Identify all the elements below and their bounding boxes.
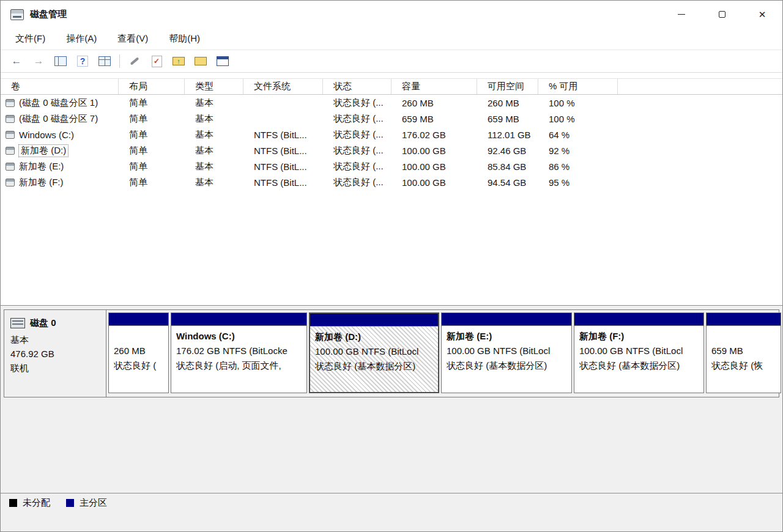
volume-capacity: 659 MB [392, 111, 477, 127]
graphical-view-pane: 磁盘 0 基本 476.92 GB 联机 260 MB 状态良好 ( [1, 305, 782, 531]
partition-name: 新加卷 (D:) [315, 330, 433, 344]
partition-size: 659 MB [711, 344, 776, 358]
volume-pct-free: 92 % [538, 142, 618, 158]
disk-0-row: 磁盘 0 基本 476.92 GB 联机 260 MB 状态良好 ( [4, 309, 779, 397]
table-row[interactable]: 新加卷 (E:) 简单 基本 NTFS (BitL... 状态良好 (... 1… [1, 158, 783, 174]
partition-d-selected[interactable]: 新加卷 (D:) 100.00 GB NTFS (BitLocl 状态良好 (基… [309, 312, 439, 393]
maximize-icon [719, 11, 725, 18]
volume-type: 基本 [185, 111, 243, 127]
volume-fs: NTFS (BitL... [243, 127, 323, 142]
show-action-pane-icon[interactable] [97, 54, 112, 68]
volume-fs: NTFS (BitL... [243, 142, 323, 158]
partition-name: Windows (C:) [176, 329, 302, 344]
partition-status: 状态良好 (基本数据分区) [579, 358, 699, 373]
volume-free: 85.84 GB [477, 158, 538, 174]
column-header-volume[interactable]: 卷 [1, 79, 119, 94]
volume-icon [6, 99, 15, 107]
primary-partition-band [171, 313, 306, 326]
column-header-capacity[interactable]: 容量 [392, 79, 477, 94]
volume-table-header: 卷 布局 类型 文件系统 状态 容量 可用空间 % 可用 [1, 78, 783, 95]
volume-capacity: 260 MB [392, 95, 477, 111]
volume-capacity: 100.00 GB [392, 158, 477, 174]
table-row[interactable]: (磁盘 0 磁盘分区 1) 简单 基本 状态良好 (... 260 MB 260… [1, 95, 783, 111]
volume-layout: 简单 [119, 95, 185, 111]
close-icon: ✕ [759, 9, 766, 20]
disk-size: 476.92 GB [10, 347, 100, 361]
column-header-blank [618, 79, 783, 94]
menu-view[interactable]: 查看(V) [117, 33, 148, 45]
volume-free: 112.01 GB [477, 127, 538, 142]
volume-status: 状态良好 (... [323, 158, 392, 174]
disk-0-info-panel[interactable]: 磁盘 0 基本 476.92 GB 联机 [4, 310, 106, 397]
volume-capacity: 100.00 GB [392, 174, 477, 190]
volume-list-pane: 卷 布局 类型 文件系统 状态 容量 可用空间 % 可用 (磁盘 0 磁盘分区 … [1, 73, 782, 305]
disk-status: 联机 [10, 361, 100, 375]
partition-efi[interactable]: 260 MB 状态良好 ( [108, 312, 169, 393]
bottom-spacer [1, 512, 782, 531]
table-row[interactable]: (磁盘 0 磁盘分区 7) 简单 基本 状态良好 (... 659 MB 659… [1, 111, 783, 127]
menu-action[interactable]: 操作(A) [66, 33, 97, 45]
maximize-button[interactable] [702, 1, 742, 28]
volume-pct-free: 100 % [538, 111, 618, 127]
volume-free: 94.54 GB [477, 174, 538, 190]
attach-vhd-icon[interactable]: ↑ [171, 54, 186, 68]
volume-icon [6, 179, 15, 187]
volume-free: 260 MB [477, 95, 538, 111]
volume-name: 新加卷 (D:) [19, 145, 68, 157]
column-header-filesystem[interactable]: 文件系统 [243, 79, 323, 94]
primary-partition-swatch-icon [66, 499, 74, 507]
partition-c[interactable]: Windows (C:) 176.02 GB NTFS (BitLocke 状态… [171, 312, 307, 393]
partition-recovery[interactable]: 659 MB 状态良好 (恢 [706, 312, 781, 393]
table-row-selected[interactable]: 新加卷 (D:) 简单 基本 NTFS (BitL... 状态良好 (... 1… [1, 142, 783, 158]
window-title: 磁盘管理 [30, 9, 67, 20]
forward-icon[interactable]: → [31, 54, 46, 68]
volume-name: Windows (C:) [19, 130, 74, 140]
console-window-icon[interactable] [215, 54, 230, 68]
primary-partition-band [442, 313, 571, 326]
minimize-button[interactable] [661, 1, 702, 28]
table-row[interactable]: Windows (C:) 简单 基本 NTFS (BitL... 状态良好 (.… [1, 127, 783, 142]
column-header-free-space[interactable]: 可用空间 [477, 79, 538, 94]
volume-type: 基本 [185, 158, 243, 174]
volume-icon [6, 163, 15, 171]
column-header-type[interactable]: 类型 [185, 79, 243, 94]
volume-type: 基本 [185, 174, 243, 190]
window-controls: ✕ [661, 1, 782, 28]
check-list-icon[interactable]: ✓ [149, 54, 164, 68]
refresh-tool-icon[interactable] [127, 54, 142, 68]
volume-icon [6, 131, 15, 139]
partition-e[interactable]: 新加卷 (E:) 100.00 GB NTFS (BitLocl 状态良好 (基… [441, 312, 572, 393]
column-header-status[interactable]: 状态 [323, 79, 392, 94]
column-header-layout[interactable]: 布局 [119, 79, 185, 94]
column-header-pct-free[interactable]: % 可用 [538, 79, 618, 94]
toolbar-separator [119, 54, 120, 68]
volume-layout: 简单 [119, 142, 185, 158]
volume-status: 状态良好 (... [323, 174, 392, 190]
volume-name: (磁盘 0 磁盘分区 1) [19, 97, 98, 109]
partition-name: 新加卷 (E:) [447, 329, 566, 344]
partition-size: 260 MB [114, 344, 163, 358]
menu-help[interactable]: 帮助(H) [169, 33, 200, 45]
partition-status: 状态良好 (基本数据分区) [447, 358, 566, 373]
menu-file[interactable]: 文件(F) [15, 33, 45, 45]
volume-type: 基本 [185, 95, 243, 111]
volume-type: 基本 [185, 127, 243, 142]
legend-label: 主分区 [80, 497, 107, 509]
back-icon[interactable]: ← [9, 54, 24, 68]
partition-size: 176.02 GB NTFS (BitLocke [176, 344, 302, 358]
partition-size: 100.00 GB NTFS (BitLocl [579, 344, 699, 358]
volume-fs: NTFS (BitL... [243, 158, 323, 174]
primary-partition-band [310, 314, 438, 327]
disk-name: 磁盘 0 [30, 317, 56, 329]
legend-unallocated: 未分配 [9, 497, 50, 509]
legend-label: 未分配 [23, 497, 50, 509]
legend-bar: 未分配 主分区 [1, 493, 782, 512]
change-drive-letter-icon[interactable] [193, 54, 208, 68]
volume-free: 659 MB [477, 111, 538, 127]
help-icon[interactable]: ? [75, 54, 90, 68]
show-console-tree-icon[interactable] [53, 54, 68, 68]
partition-f[interactable]: 新加卷 (F:) 100.00 GB NTFS (BitLocl 状态良好 (基… [574, 312, 704, 393]
volume-layout: 简单 [119, 158, 185, 174]
close-button[interactable]: ✕ [742, 1, 782, 28]
table-row[interactable]: 新加卷 (F:) 简单 基本 NTFS (BitL... 状态良好 (... 1… [1, 174, 783, 190]
